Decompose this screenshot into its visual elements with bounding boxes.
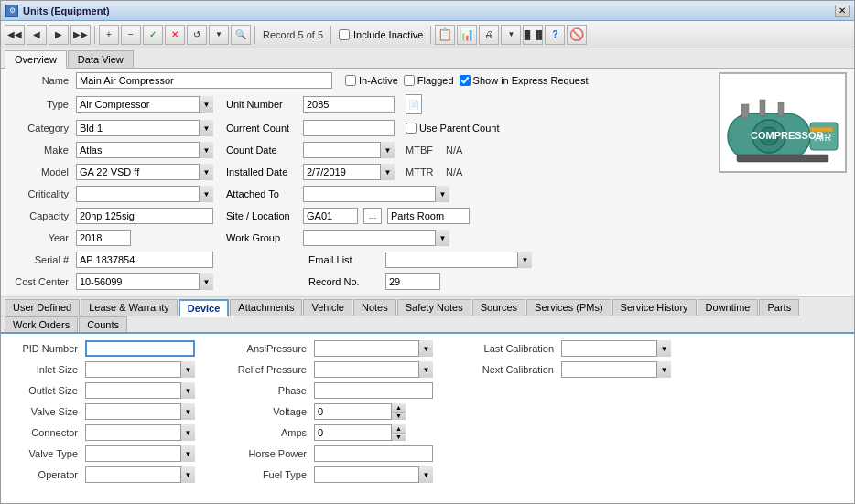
site-location-input[interactable] <box>303 208 358 224</box>
save-button[interactable]: ✓ <box>143 25 163 45</box>
close-red-button[interactable]: 🚫 <box>567 25 587 45</box>
valve-type-input[interactable] <box>85 445 195 462</box>
nav-next-button[interactable]: ▶ <box>49 25 69 45</box>
relief-pressure-input[interactable] <box>314 361 433 378</box>
outlet-size-input[interactable] <box>85 382 195 399</box>
window-close-button[interactable]: ✕ <box>835 5 850 17</box>
tab-attachments[interactable]: Attachments <box>230 299 302 316</box>
amps-down-button[interactable]: ▼ <box>391 434 406 442</box>
cancel-button[interactable]: ✕ <box>165 25 185 45</box>
voltage-label: Voltage <box>228 406 310 417</box>
print-button[interactable]: 🖨 <box>479 25 499 45</box>
next-calibration-input[interactable] <box>561 361 671 378</box>
report-button[interactable]: 📊 <box>457 25 477 45</box>
installed-date-label: Installed Date <box>226 166 299 177</box>
tab-work-orders[interactable]: Work Orders <box>5 316 78 332</box>
pid-number-input[interactable] <box>85 340 195 357</box>
year-input[interactable] <box>76 230 131 246</box>
filter-button[interactable]: ▼ <box>209 25 229 45</box>
use-parent-count-checkbox[interactable] <box>406 123 417 134</box>
nav-last-button[interactable]: ▶▶ <box>70 25 91 45</box>
tab-parts[interactable]: Parts <box>759 299 799 316</box>
cost-center-input[interactable] <box>76 273 213 290</box>
include-inactive-checkbox[interactable] <box>339 29 350 40</box>
toolbar-separator-2 <box>254 26 255 44</box>
inlet-size-input[interactable] <box>85 361 195 378</box>
include-inactive-label: Include Inactive <box>353 29 423 40</box>
name-row: Name In-Active Flagged Sho <box>8 72 711 89</box>
criticality-input[interactable] <box>76 186 213 202</box>
tab-notes[interactable]: Notes <box>353 299 396 316</box>
tab-sources[interactable]: Sources <box>472 299 525 316</box>
parts-room-input[interactable] <box>387 208 470 224</box>
horse-power-input[interactable] <box>314 445 433 462</box>
category-row: Category ▼ Current Count Use Parent Coun… <box>8 120 711 136</box>
site-location-browse[interactable]: … <box>363 208 382 224</box>
tab-lease-warranty[interactable]: Lease & Warranty <box>81 299 178 316</box>
toolbar-separator-3 <box>330 26 331 44</box>
type-input[interactable] <box>76 96 213 113</box>
work-group-input[interactable] <box>303 230 449 246</box>
unit-number-input[interactable] <box>303 96 395 113</box>
amps-label: Amps <box>228 427 310 438</box>
last-calibration-input[interactable] <box>561 340 671 357</box>
phase-input[interactable] <box>314 382 433 399</box>
installed-date-input[interactable] <box>303 164 395 180</box>
year-row: Year Work Group ▼ <box>8 230 711 246</box>
nav-prev-button[interactable]: ◀ <box>27 25 47 45</box>
inactive-checkbox[interactable] <box>345 75 356 86</box>
pid-number-row: PID Number <box>8 339 210 358</box>
installed-date-wrap: ▼ <box>303 164 395 180</box>
help-button[interactable]: ? <box>545 25 565 45</box>
capacity-input[interactable] <box>76 208 213 224</box>
tab-counts[interactable]: Counts <box>79 316 127 332</box>
add-button[interactable]: + <box>99 25 119 45</box>
tab-data-view[interactable]: Data View <box>68 50 134 68</box>
refresh-button[interactable]: ↺ <box>187 25 207 45</box>
make-input[interactable] <box>76 142 213 158</box>
amps-up-button[interactable]: ▲ <box>391 424 406 434</box>
voltage-down-button[interactable]: ▼ <box>391 413 406 421</box>
barcode-button[interactable]: ▐▌▐▌ <box>523 25 543 45</box>
delete-button[interactable]: − <box>121 25 141 45</box>
record-no-input[interactable] <box>385 273 440 290</box>
model-input[interactable] <box>76 164 213 180</box>
category-input[interactable] <box>76 120 213 136</box>
tab-service-history[interactable]: Service History <box>612 299 697 316</box>
fuel-type-input[interactable] <box>314 466 433 483</box>
print-dd-button[interactable]: ▼ <box>501 25 521 45</box>
doc-icon[interactable]: 📄 <box>406 94 422 114</box>
tab-services-pms[interactable]: Services (PMs) <box>526 299 611 316</box>
valve-size-label: Valve Size <box>8 406 81 417</box>
show-express-checkbox[interactable] <box>460 75 471 86</box>
tab-vehicle[interactable]: Vehicle <box>303 299 352 316</box>
inlet-size-label: Inlet Size <box>8 364 81 375</box>
tab-safety-notes[interactable]: Safety Notes <box>397 299 471 316</box>
count-date-label: Count Date <box>226 145 299 155</box>
name-input[interactable] <box>76 72 332 89</box>
search-button[interactable]: 🔍 <box>231 25 251 45</box>
type-select-wrap: ▼ <box>76 96 213 113</box>
operator-input[interactable] <box>85 466 195 483</box>
svg-rect-4 <box>741 104 749 118</box>
tab-user-defined[interactable]: User Defined <box>5 299 80 316</box>
copy-button[interactable]: 📋 <box>435 25 455 45</box>
serial-input[interactable] <box>76 252 213 268</box>
count-date-input[interactable] <box>303 142 395 158</box>
ansi-pressure-input[interactable] <box>314 340 433 357</box>
type-row: Type ▼ Unit Number 📄 <box>8 94 711 114</box>
tab-downtime[interactable]: Downtime <box>698 299 759 316</box>
attached-to-input[interactable] <box>303 186 449 202</box>
ansi-pressure-row: AnsiPressure ▼ <box>228 339 448 358</box>
email-list-input[interactable] <box>385 252 532 268</box>
nav-first-button[interactable]: ◀◀ <box>5 25 25 45</box>
voltage-up-button[interactable]: ▲ <box>391 403 406 413</box>
tab-overview[interactable]: Overview <box>5 50 67 69</box>
tab-device[interactable]: Device <box>179 299 229 317</box>
connector-label: Connector <box>8 427 81 438</box>
flagged-checkbox[interactable] <box>404 75 415 86</box>
valve-size-input[interactable] <box>85 403 195 420</box>
fuel-type-wrap: ▼ <box>314 466 433 483</box>
connector-input[interactable] <box>85 424 195 441</box>
current-count-input[interactable] <box>303 120 395 136</box>
